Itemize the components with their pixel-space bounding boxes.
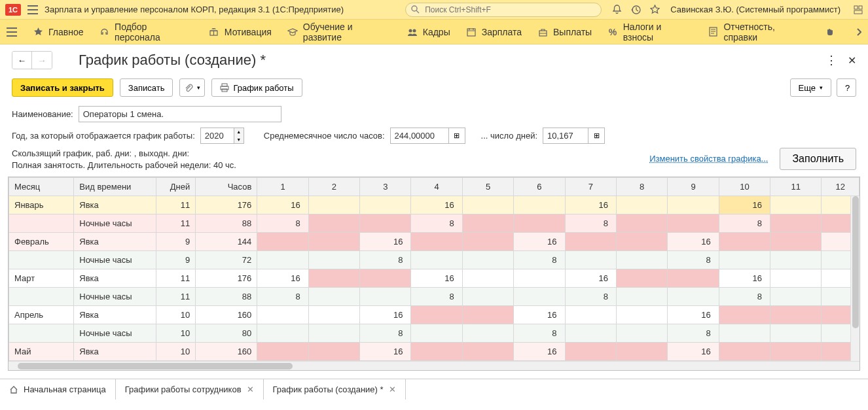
td-day-5[interactable] [462,233,513,251]
th-d8[interactable]: 8 [616,178,667,196]
td-days[interactable]: 9 [156,233,196,251]
table-row[interactable]: Ночные часы972888 [9,251,859,269]
td-day-1[interactable] [257,343,308,361]
table-row[interactable]: ФевральЯвка9144161616 [9,233,859,251]
td-day-4[interactable]: 16 [411,269,462,288]
td-days[interactable]: 9 [156,251,196,269]
td-day-7[interactable] [565,306,616,324]
td-day-7[interactable] [565,324,616,343]
td-day-10[interactable] [719,233,770,251]
td-day-4[interactable]: 8 [411,288,462,306]
td-day-10[interactable] [719,324,770,343]
td-day-10[interactable] [719,251,770,269]
year-field[interactable]: 2020 [200,128,234,144]
td-day-1[interactable]: 8 [257,214,308,233]
td-day-3[interactable]: 16 [360,233,411,251]
td-day-4[interactable] [411,306,462,324]
th-d4[interactable]: 4 [411,178,462,196]
td-hours[interactable]: 176 [196,269,257,288]
sections-icon[interactable] [7,27,17,37]
td-day-7[interactable] [565,251,616,269]
menu-taxes[interactable]: % Налоги и взносы [607,22,693,43]
td-day-5[interactable] [462,288,513,306]
td-day-6[interactable] [514,214,565,233]
td-day-1[interactable] [257,306,308,324]
td-month[interactable] [9,288,74,306]
td-days[interactable]: 11 [156,196,196,214]
year-down-button[interactable]: ▼ [234,136,244,144]
th-d1[interactable]: 1 [257,178,308,196]
page-menu-icon[interactable]: ⋮ [825,53,837,67]
td-day-2[interactable] [308,196,359,214]
search-field[interactable] [405,3,602,17]
table-row[interactable]: АпрельЯвка10160161616 [9,306,859,324]
current-user[interactable]: Савинская З.Ю. (Системный программист) [670,5,841,14]
td-day-9[interactable]: 8 [668,251,719,269]
td-days[interactable]: 10 [156,343,196,361]
avg-hours-field[interactable]: 244,00000 [390,128,449,144]
td-days[interactable]: 11 [156,269,196,288]
td-day-7[interactable]: 8 [565,214,616,233]
change-properties-link[interactable]: Изменить свойства графика... [649,152,768,166]
th-d11[interactable]: 11 [770,178,822,196]
th-d12[interactable]: 12 [822,178,859,196]
td-hours[interactable]: 88 [196,214,257,233]
td-hours[interactable]: 160 [196,306,257,324]
td-day-8[interactable] [616,343,667,361]
td-days[interactable]: 11 [156,288,196,306]
star-icon[interactable] [650,5,660,14]
th-d6[interactable]: 6 [514,178,565,196]
td-days[interactable]: 10 [156,324,196,343]
more-button[interactable]: Еще ▾ [790,78,831,97]
td-day-9[interactable]: 8 [668,324,719,343]
menu-overflow-icon[interactable] [856,27,861,37]
td-day-4[interactable] [411,251,462,269]
nav-forward-button[interactable]: → [32,52,52,69]
tab-schedule-create[interactable]: График работы (создание) * ✕ [264,379,406,400]
td-day-7[interactable]: 16 [565,269,616,288]
th-days[interactable]: Дней [156,178,196,196]
td-day-2[interactable] [308,288,359,306]
td-day-2[interactable] [308,251,359,269]
td-days[interactable]: 11 [156,214,196,233]
schedule-table[interactable]: Месяц Вид времени Дней Часов 1 2 3 4 5 6… [9,177,859,361]
td-type[interactable]: Ночные часы [74,214,156,233]
td-day-2[interactable] [308,306,359,324]
td-day-11[interactable] [770,324,822,343]
table-row[interactable]: МайЯвка10160161616 [9,343,859,361]
td-day-4[interactable]: 8 [411,214,462,233]
td-day-10[interactable]: 8 [719,288,770,306]
td-day-6[interactable]: 8 [514,251,565,269]
tab-close-icon[interactable]: ✕ [389,384,396,394]
td-hours[interactable]: 160 [196,343,257,361]
th-d7[interactable]: 7 [565,178,616,196]
td-day-3[interactable] [360,288,411,306]
td-day-11[interactable] [770,251,822,269]
td-month[interactable]: Февраль [9,233,74,251]
avg-days-calc-button[interactable]: ⊞ [588,128,605,144]
hamburger-icon[interactable] [27,5,38,14]
td-day-1[interactable] [257,324,308,343]
td-day-4[interactable] [411,233,462,251]
bell-icon[interactable] [612,5,622,14]
td-day-8[interactable] [616,233,667,251]
td-day-6[interactable]: 8 [514,324,565,343]
name-field[interactable]: Операторы 1 смена. [79,106,281,122]
tab-home[interactable]: Начальная страница [0,379,116,400]
td-day-3[interactable]: 8 [360,324,411,343]
td-type[interactable]: Ночные часы [74,251,156,269]
table-row[interactable]: МартЯвка1117616161616 [9,269,859,288]
td-day-5[interactable] [462,214,513,233]
td-day-9[interactable] [668,214,719,233]
horizontal-scrollbar[interactable] [9,361,859,370]
save-close-button[interactable]: Записать и закрыть [12,78,113,97]
avg-days-field[interactable]: 10,167 [543,128,588,144]
td-day-9[interactable] [668,196,719,214]
td-hours[interactable]: 72 [196,251,257,269]
th-d9[interactable]: 9 [668,178,719,196]
th-d3[interactable]: 3 [360,178,411,196]
table-row[interactable]: ЯнварьЯвка1117616161616 [9,196,859,214]
td-type[interactable]: Ночные часы [74,324,156,343]
tab-schedules-list[interactable]: Графики работы сотрудников ✕ [116,379,264,400]
fist-icon[interactable] [825,27,835,37]
